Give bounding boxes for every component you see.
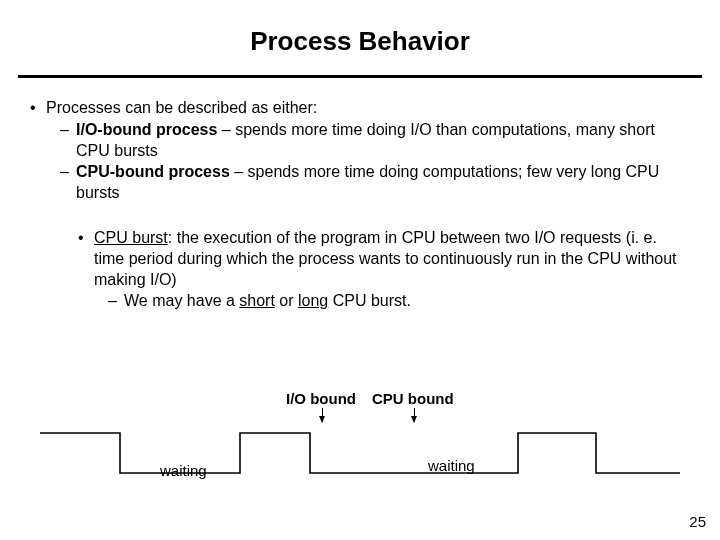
bullet-cpu-burst: CPU burst: the execution of the program … [30,228,690,290]
slide-body: Processes can be described as either: I/… [0,78,720,312]
cpu-burst-desc: : the execution of the program in CPU be… [94,229,677,288]
io-bound-term: I/O-bound process [76,121,217,138]
label-io-bound: I/O bound [286,390,356,407]
cpu-bound-term: CPU-bound process [76,163,230,180]
label-waiting-2: waiting [428,457,475,474]
may-short: short [239,292,275,309]
arrow-down-icon [322,408,323,422]
burst-waveform-icon [40,425,680,485]
may-long: long [298,292,328,309]
may-post: CPU burst. [328,292,411,309]
label-waiting-1: waiting [160,462,207,479]
arrow-down-icon [414,408,415,422]
label-cpu-bound: CPU bound [372,390,454,407]
page-number: 25 [689,513,706,530]
may-pre: We may have a [124,292,239,309]
bullet-io-bound: I/O-bound process – spends more time doi… [30,120,690,162]
bullet-cpu-bound: CPU-bound process – spends more time doi… [30,162,690,204]
slide-title: Process Behavior [0,0,720,75]
may-mid: or [275,292,298,309]
cpu-burst-term: CPU burst [94,229,168,246]
burst-diagram: waiting waiting [40,425,680,485]
bullet-short-long: We may have a short or long CPU burst. [30,291,690,312]
bullet-level1: Processes can be described as either: [30,98,690,119]
